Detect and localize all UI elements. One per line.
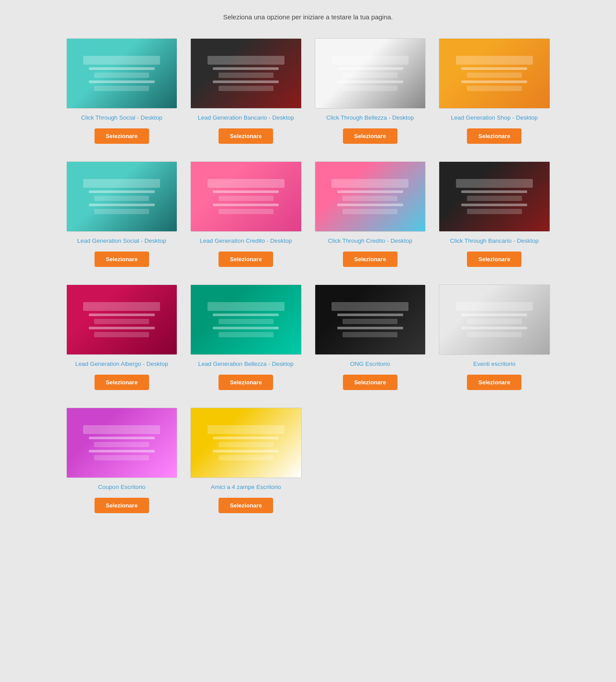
thumb-decoration [467,332,522,337]
template-thumbnail [66,284,178,355]
template-thumbnail [66,161,178,232]
select-button-click-through-social-desktop[interactable]: Selezionare [95,128,149,144]
thumb-decoration [94,196,149,201]
thumb-decoration [208,179,284,188]
template-thumbnail [190,408,302,478]
thumb-decoration [219,73,273,78]
thumb-decoration [83,425,160,434]
template-title: Lead Generation Bellezza - Desktop [198,360,294,368]
thumb-decoration [343,319,397,324]
template-thumbnail [439,161,550,232]
select-button-lead-generation-bellezza-desktop[interactable]: Selezionare [219,375,273,390]
template-card: Click Through Bancario - DesktopSelezion… [439,161,550,267]
thumb-decoration [337,314,403,316]
template-card: ONG EscritorioSelezionare [315,284,426,390]
select-button-click-through-bancario-desktop[interactable]: Selezionare [467,252,521,267]
template-thumbnail [190,284,302,355]
thumb-decoration [219,209,273,214]
template-grid: Click Through Social - DesktopSelezionar… [66,38,550,513]
thumb-decoration [208,425,284,434]
select-button-lead-generation-albergo-desktop[interactable]: Selezionare [95,375,149,390]
template-title: Click Through Bellezza - Desktop [326,114,414,122]
thumb-decoration [337,327,403,329]
template-thumbnail [315,161,426,232]
thumb-decoration [337,204,403,206]
thumb-decoration [461,327,527,329]
thumb-decoration [83,179,160,188]
template-card: Click Through Credito - DesktopSeleziona… [315,161,426,267]
thumb-decoration [467,86,522,91]
template-thumbnail [439,284,550,355]
thumb-decoration [219,86,273,91]
select-button-eventi-escritorio[interactable]: Selezionare [467,375,521,390]
thumb-decoration [94,86,149,91]
template-thumbnail [439,38,550,109]
thumb-decoration [467,209,522,214]
template-title: Click Through Social - Desktop [81,114,162,122]
thumb-decoration [461,204,527,206]
thumb-decoration [94,455,149,460]
thumb-decoration [343,332,397,337]
template-card: Lead Generation Bellezza - DesktopSelezi… [190,284,302,390]
thumb-decoration [213,450,279,452]
select-button-amici-4-zampe-escritorio[interactable]: Selezionare [219,498,273,513]
template-card: Lead Generation Credito - DesktopSelezio… [190,161,302,267]
thumb-decoration [456,302,533,311]
thumb-decoration [213,190,279,193]
thumb-decoration [219,455,273,460]
select-button-lead-generation-bancario-desktop[interactable]: Selezionare [219,128,273,144]
thumb-decoration [94,319,149,324]
thumb-decoration [456,179,533,188]
template-title: Lead Generation Credito - Desktop [200,237,292,245]
thumb-decoration [94,442,149,447]
template-thumbnail [315,38,426,109]
template-thumbnail [190,38,302,109]
thumb-decoration [213,314,279,316]
thumb-decoration [89,314,155,316]
thumb-decoration [89,190,155,193]
thumb-decoration [337,67,403,70]
template-title: Eventi escritorio [473,360,515,368]
thumb-decoration [332,56,408,65]
thumb-decoration [343,196,397,201]
thumb-decoration [213,437,279,439]
template-thumbnail [190,161,302,232]
template-card: Lead Generation Bancario - DesktopSelezi… [190,38,302,144]
template-card: Click Through Social - DesktopSelezionar… [66,38,178,144]
template-title: Coupon Escritorio [98,483,145,492]
thumb-decoration [213,80,279,83]
template-title: ONG Escritorio [350,360,390,368]
select-button-lead-generation-credito-desktop[interactable]: Selezionare [219,252,273,267]
template-card: Lead Generation Social - DesktopSelezion… [66,161,178,267]
thumb-decoration [219,442,273,447]
template-title: Lead Generation Albergo - Desktop [75,360,168,368]
template-title: Click Through Bancario - Desktop [450,237,539,245]
select-button-click-through-bellezza-desktop[interactable]: Selezionare [343,128,397,144]
thumb-decoration [94,332,149,337]
page-subtitle: Seleziona una opzione per iniziare a tes… [9,13,607,21]
thumb-decoration [332,302,408,311]
thumb-decoration [343,73,397,78]
thumb-decoration [219,332,273,337]
select-button-click-through-credito-desktop[interactable]: Selezionare [343,252,397,267]
select-button-ong-escritorio[interactable]: Selezionare [343,375,397,390]
thumb-decoration [337,80,403,83]
thumb-decoration [467,196,522,201]
thumb-decoration [213,327,279,329]
template-card: Lead Generation Albergo - DesktopSelezio… [66,284,178,390]
select-button-lead-generation-shop-desktop[interactable]: Selezionare [467,128,521,144]
thumb-decoration [89,204,155,206]
template-title: Lead Generation Shop - Desktop [451,114,538,122]
thumb-decoration [467,319,522,324]
thumb-decoration [456,56,533,65]
template-thumbnail [66,408,178,478]
thumb-decoration [343,209,397,214]
select-button-coupon-escritorio[interactable]: Selezionare [95,498,149,513]
template-card: Amici a 4 zampe EscritorioSelezionare [190,408,302,513]
select-button-lead-generation-social-desktop[interactable]: Selezionare [95,252,149,267]
template-title: Lead Generation Social - Desktop [77,237,166,245]
template-title: Click Through Credito - Desktop [328,237,412,245]
template-card: Coupon EscritorioSelezionare [66,408,178,513]
thumb-decoration [343,86,397,91]
thumb-decoration [89,327,155,329]
